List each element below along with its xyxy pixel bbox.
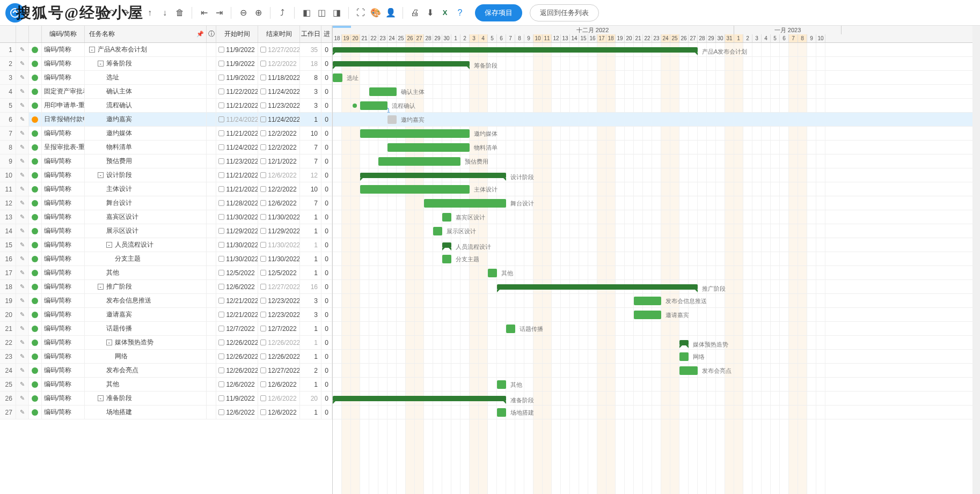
edit-icon[interactable]: ✎ — [16, 252, 29, 266]
gantt-bar[interactable]: 主体设计 — [360, 185, 470, 194]
edit-icon[interactable]: ✎ — [16, 280, 29, 293]
table-row[interactable]: 1 ✎ 编码/简称 -产品A发布会计划 11/9/2022 12/27/2022… — [0, 43, 332, 57]
col-days[interactable]: 工作日 — [300, 26, 321, 42]
col-info[interactable]: ⓘ — [207, 26, 216, 42]
edit-icon[interactable]: ✎ — [16, 378, 29, 391]
gantt-row[interactable]: 其他 — [333, 266, 980, 280]
table-row[interactable]: 20 ✎ 编码/简称 邀请嘉宾 12/21/2022 12/23/2022 3 … — [0, 308, 332, 322]
gantt-bar[interactable]: 产品A发布会计划 — [333, 47, 698, 53]
table-row[interactable]: 4 ✎ 固定资产审批表 确认主体 11/22/2022 11/24/2022 3… — [0, 85, 332, 99]
scrollbar[interactable] — [972, 26, 980, 494]
table-row[interactable]: 23 ✎ 编码/简称 网络 12/26/2022 12/26/2022 1 0 — [0, 350, 332, 364]
gantt-row[interactable]: 物料清单 — [333, 141, 980, 154]
table-row[interactable]: 27 ✎ 编码/简称 场地搭建 12/6/2022 12/6/2022 1 0 — [0, 405, 332, 419]
gantt-bar[interactable]: 流程确认 — [360, 101, 387, 110]
edit-icon[interactable]: ✎ — [16, 224, 29, 238]
redo-icon[interactable]: ↷ — [119, 6, 132, 19]
edit-icon[interactable]: ✎ — [16, 113, 29, 126]
gantt-row[interactable]: 推广阶段 — [333, 280, 980, 294]
gantt-row[interactable]: 设计阶段 — [333, 168, 980, 182]
download-icon[interactable]: ⬇ — [423, 6, 436, 19]
table-row[interactable]: 6 ✎ 日常报销付款申 邀约嘉宾 11/24/2022 11/24/2022 1… — [0, 113, 332, 127]
col-start[interactable]: 开始时间 — [216, 26, 258, 42]
palette-icon[interactable]: 🎨 — [369, 6, 382, 19]
gantt-bar[interactable]: 媒体预热造势 — [679, 340, 689, 345]
gantt-row[interactable]: 舞台设计 — [333, 196, 980, 210]
gantt-bar[interactable]: 筹备阶段 — [333, 61, 470, 67]
gantt-bar[interactable]: 邀请嘉宾 — [634, 311, 661, 319]
table-row[interactable]: 15 ✎ 编码/简称 -人员流程设计 11/30/2022 11/30/2022… — [0, 238, 332, 252]
edit-icon[interactable]: ✎ — [16, 350, 29, 363]
gantt-row[interactable]: 场地搭建 — [333, 405, 980, 419]
layout-right-icon[interactable]: ◨ — [330, 6, 343, 19]
table-row[interactable]: 7 ✎ 编码/简称 邀约媒体 11/21/2022 12/2/2022 10 0 — [0, 127, 332, 141]
gantt-bar[interactable]: 其他 — [497, 380, 506, 389]
gantt-bar[interactable]: 人员流程设计 — [442, 242, 451, 248]
gantt-row[interactable]: 发布会亮点 — [333, 364, 980, 378]
move-down-icon[interactable]: ↓ — [158, 6, 171, 19]
excel-icon[interactable]: X — [438, 6, 451, 19]
expand-icon[interactable]: - — [89, 47, 95, 53]
print-icon[interactable]: 🖨 — [408, 6, 421, 19]
gantt-row[interactable]: 话题传播 — [333, 322, 980, 336]
help-icon[interactable]: ? — [454, 6, 466, 19]
share-icon[interactable]: ⤴ — [276, 6, 289, 19]
edit-icon[interactable]: ✎ — [16, 71, 29, 84]
gantt-row[interactable]: 邀请嘉宾 — [333, 308, 980, 322]
gantt-bar[interactable]: 展示区设计 — [433, 227, 442, 235]
edit-icon[interactable]: ✎ — [16, 266, 29, 279]
gantt-bar[interactable]: 确认主体 — [369, 87, 397, 96]
col-name[interactable]: 任务名称📌 — [85, 26, 207, 42]
edit-icon[interactable]: ✎ — [16, 238, 29, 252]
gantt-row[interactable]: 主体设计 — [333, 182, 980, 196]
delete-icon[interactable]: 🗑 — [173, 6, 186, 19]
gantt-bar[interactable]: 设计阶段 — [360, 173, 506, 178]
edit-icon[interactable]: ✎ — [16, 141, 29, 154]
gantt-row[interactable]: 邀约媒体 — [333, 127, 980, 141]
table-row[interactable]: 13 ✎ 编码/简称 嘉宾区设计 11/30/2022 11/30/2022 1… — [0, 210, 332, 224]
table-row[interactable]: 16 ✎ 编码/简称 分支主题 11/30/2022 11/30/2022 1 … — [0, 252, 332, 266]
edit-icon[interactable]: ✎ — [16, 154, 29, 168]
edit-icon[interactable]: ✎ — [16, 43, 29, 56]
edit-icon[interactable]: ✎ — [16, 99, 29, 112]
gantt-bar[interactable]: 嘉宾区设计 — [442, 213, 451, 222]
table-row[interactable]: 18 ✎ 编码/简称 -推广阶段 12/6/2022 12/27/2022 16… — [0, 280, 332, 294]
gantt-row[interactable]: 嘉宾区设计 — [333, 210, 980, 224]
table-row[interactable]: 24 ✎ 编码/简称 发布会亮点 12/26/2022 12/27/2022 2… — [0, 364, 332, 378]
col-prog[interactable]: 进 — [321, 26, 332, 42]
expand-icon[interactable]: - — [98, 395, 104, 401]
edit-icon[interactable]: ✎ — [16, 168, 29, 182]
gantt-bar[interactable]: 分支主题 — [442, 255, 451, 263]
gantt-body[interactable]: 产品A发布会计划筹备阶段选址确认主体⤵流程确认邀约嘉宾邀约媒体物料清单预估费用设… — [333, 43, 980, 494]
save-button[interactable]: 保存项目 — [475, 4, 522, 21]
edit-icon[interactable]: ✎ — [16, 308, 29, 321]
table-row[interactable]: 14 ✎ 编码/简称 展示区设计 11/29/2022 11/29/2022 1… — [0, 224, 332, 238]
return-button[interactable]: 返回到任务列表 — [530, 4, 599, 21]
indent-icon[interactable]: ⇥ — [213, 6, 225, 19]
edit-icon[interactable]: ✎ — [16, 127, 29, 140]
gantt-row[interactable]: 发布会信息推送 — [333, 294, 980, 308]
gantt-row[interactable]: 确认主体 — [333, 85, 980, 99]
gantt-bar[interactable]: 发布会信息推送 — [634, 297, 661, 305]
col-code[interactable]: 编码/简称 — [42, 26, 85, 42]
gantt-row[interactable]: 选址 — [333, 71, 980, 85]
gantt-row[interactable]: 预估费用 — [333, 154, 980, 168]
table-row[interactable]: 10 ✎ 编码/简称 -设计阶段 11/21/2022 12/6/2022 12… — [0, 168, 332, 182]
expand-icon[interactable]: - — [106, 242, 112, 248]
gantt-bar[interactable]: 准备阶段 — [333, 396, 506, 401]
gantt-row[interactable]: 其他 — [333, 378, 980, 392]
edit-icon[interactable]: ✎ — [16, 294, 29, 307]
gantt-bar[interactable]: 推广阶段 — [497, 284, 698, 290]
edit-icon[interactable]: ✎ — [16, 57, 29, 70]
table-row[interactable]: 12 ✎ 编码/简称 舞台设计 11/28/2022 12/6/2022 7 0 — [0, 196, 332, 210]
table-row[interactable]: 3 ✎ 编码/简称 选址 11/9/2022 11/18/2022 8 0 — [0, 71, 332, 85]
edit-icon[interactable]: ✎ — [16, 336, 29, 349]
undo-icon[interactable]: ↶ — [104, 6, 117, 19]
edit-icon[interactable]: ✎ — [16, 182, 29, 196]
edit-icon[interactable]: ✎ — [16, 210, 29, 224]
table-row[interactable]: 2 ✎ 编码/简称 -筹备阶段 11/9/2022 12/2/2022 18 0 — [0, 57, 332, 71]
gantt-bar[interactable]: 选址 — [333, 73, 342, 82]
gantt-bar[interactable]: 物料清单 — [387, 143, 470, 152]
gantt-row[interactable]: 产品A发布会计划 — [333, 43, 980, 57]
gantt-bar[interactable]: 网络 — [679, 352, 689, 361]
